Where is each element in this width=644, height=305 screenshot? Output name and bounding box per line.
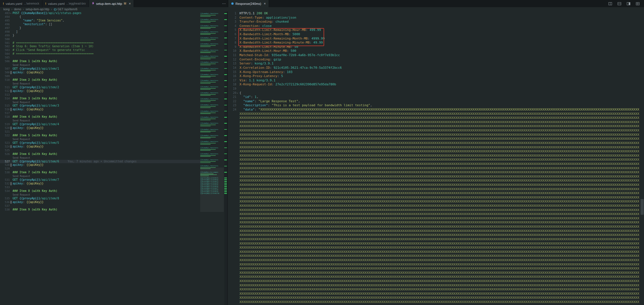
response-wrapped-line[interactable]: XXXXXXXXXXXXXXXXXXXXXXXXXXXXXXXXXXXXXXXX… (228, 183, 640, 187)
response-wrapped-line[interactable]: XXXXXXXXXXXXXXXXXXXXXXXXXXXXXXXXXXXXXXXX… (228, 191, 640, 196)
minimap-slider[interactable] (200, 168, 224, 212)
response-line[interactable]: 24 "data": "XXXXXXXXXXXXXXXXXXXXXXXXXXXX… (228, 108, 640, 112)
send-request-lens[interactable]: Send Request (13, 156, 200, 160)
code-line[interactable]: 512apikey: {{apiKey}} (0, 89, 200, 93)
overview-ruler[interactable] (224, 11, 227, 305)
code-line[interactable]: 537 (0, 204, 200, 208)
code-line[interactable]: 510### Item 2 (with Key Auth) (0, 78, 200, 82)
response-line[interactable]: 21 "id": 1, (228, 95, 640, 99)
response-wrapped-line[interactable]: XXXXXXXXXXXXXXXXXXXXXXXXXXXXXXXXXXXXXXXX… (228, 124, 640, 129)
response-wrapped-line[interactable]: XXXXXXXXXXXXXXXXXXXXXXXXXXXXXXXXXXXXXXXX… (228, 149, 640, 154)
response-wrapped-line[interactable]: XXXXXXXXXXXXXXXXXXXXXXXXXXXXXXXXXXXXXXXX… (228, 154, 640, 158)
response-wrapped-line[interactable]: XXXXXXXXXXXXXXXXXXXXXXXXXXXXXXXXXXXXXXXX… (228, 242, 640, 246)
code-line[interactable]: 515GET {{proxyApi}}/api/item/3 (0, 104, 200, 108)
code-line[interactable]: 534### Item 8 (with Key Auth) (0, 189, 200, 193)
response-wrapped-line[interactable]: XXXXXXXXXXXXXXXXXXXXXXXXXXXXXXXXXXXXXXXX… (228, 275, 640, 279)
code-line[interactable]: 536apikey: {{apiKey}} (0, 200, 200, 204)
response-line[interactable]: 7X-Bandwidth-Limit-Remaining-Month-MB: 4… (228, 37, 640, 41)
minimap-monitor-block[interactable]: {{kumaApi…/monitors (200, 135, 224, 141)
split-editor-icon[interactable] (606, 2, 614, 6)
response-line[interactable]: 19 (228, 87, 640, 91)
response-line[interactable]: 2Content-Type: application/json (228, 16, 640, 20)
code-lens-row[interactable]: Send Request (0, 63, 200, 67)
vertical-scrollbar-thumb[interactable] (641, 199, 644, 215)
toggle-layout-icon[interactable] (625, 2, 633, 6)
response-wrapped-line[interactable]: XXXXXXXXXXXXXXXXXXXXXXXXXXXXXXXXXXXXXXXX… (228, 158, 640, 162)
code-line[interactable]: 498 ] (0, 30, 200, 34)
response-line[interactable]: 13Server: kong/3.9.1 (228, 62, 640, 66)
response-wrapped-line[interactable]: XXXXXXXXXXXXXXXXXXXXXXXXXXXXXXXXXXXXXXXX… (228, 175, 640, 179)
response-line[interactable]: 22 "name": "Large Response Test", (228, 99, 640, 104)
code-line[interactable]: 530### Item 7 (with Key Auth) (0, 171, 200, 174)
breadcrumb-item[interactable]: setup-item-api.http (25, 8, 49, 11)
minimap-monitor-block[interactable]: {{kumaApi…/monitors (200, 116, 224, 122)
response-wrapped-line[interactable]: XXXXXXXXXXXXXXXXXXXXXXXXXXXXXXXXXXXXXXXX… (228, 263, 640, 267)
response-line[interactable]: 15X-Kong-Upstream-Latency: 103 (228, 70, 640, 74)
response-line[interactable]: 17Via: 1.1 kong/3.9.1 (228, 78, 640, 83)
send-request-lens[interactable]: Send Request (13, 137, 200, 141)
code-line[interactable]: 532apikey: {{apiKey}} (0, 182, 200, 186)
code-line[interactable]: 527GET {{proxyApi}}/api/item/6You, 7 min… (0, 160, 200, 164)
response-line[interactable]: 3Transfer-Encoding: chunked (228, 20, 640, 24)
code-line[interactable]: 516apikey: {{apiKey}} (0, 108, 200, 111)
code-line[interactable]: 501# ===================================… (0, 41, 200, 45)
code-line[interactable]: 521 (0, 130, 200, 134)
minimap-monitor-block[interactable]: {{kumaApi…/monitors (200, 86, 224, 92)
response-wrapped-line[interactable]: XXXXXXXXXXXXXXXXXXXXXXXXXXXXXXXXXXXXXXXX… (228, 141, 640, 145)
response-wrapped-line[interactable]: XXXXXXXXXXXXXXXXXXXXXXXXXXXXXXXXXXXXXXXX… (228, 258, 640, 263)
response-line[interactable]: 6X-Bandwidth-Limit-Month-MB: 5000 (228, 32, 640, 37)
response-line[interactable]: 9X-Bandwidth-Limit-Minute-MB: 50 (228, 45, 640, 49)
code-lens-row[interactable]: Send Request (0, 82, 200, 86)
code-line[interactable]: 497 } (0, 26, 200, 30)
response-wrapped-line[interactable]: XXXXXXXXXXXXXXXXXXXXXXXXXXXXXXXXXXXXXXXX… (228, 200, 640, 204)
minimap-monitor-block[interactable]: {{kumaApi…/monitors (200, 13, 224, 19)
response-line[interactable]: 1HTTP/1.1 200 OK (228, 11, 640, 16)
minimap-monitor-block[interactable]: {{kumaApi…/monitors (200, 129, 224, 135)
response-wrapped-line[interactable]: XXXXXXXXXXXXXXXXXXXXXXXXXXXXXXXXXXXXXXXX… (228, 284, 640, 288)
minimap-monitor-block[interactable]: {{kumaApi…/monitors (200, 80, 224, 86)
response-wrapped-line[interactable]: XXXXXXXXXXXXXXXXXXXXXXXXXXXXXXXXXXXXXXXX… (228, 187, 640, 192)
response-wrapped-line[interactable]: XXXXXXXXXXXXXXXXXXXXXXXXXXXXXXXXXXXXXXXX… (228, 212, 640, 217)
response-wrapped-line[interactable]: XXXXXXXXXXXXXXXXXXXXXXXXXXXXXXXXXXXXXXXX… (228, 129, 640, 133)
code-line[interactable]: 535GET {{proxyApi}}/api/item/8 (0, 197, 200, 200)
response-wrapped-line[interactable]: XXXXXXXXXXXXXXXXXXXXXXXXXXXXXXXXXXXXXXXX… (228, 271, 640, 275)
response-wrapped-line[interactable]: XXXXXXXXXXXXXXXXXXXXXXXXXXXXXXXXXXXXXXXX… (228, 221, 640, 225)
minimap-monitor-block[interactable]: {{kumaApi…/monitors (200, 153, 224, 159)
response-line[interactable]: 8X-Bandwidth-Limit-Remaining-Minute-MB: … (228, 41, 640, 45)
code-line[interactable]: 520apikey: {{apiKey}} (0, 126, 200, 130)
code-line[interactable]: 514### Item 3 (with Key Auth) (0, 97, 200, 101)
split-editor-down-icon[interactable] (615, 2, 623, 6)
code-line[interactable]: 500 (0, 38, 200, 41)
code-line[interactable]: 522### Item 5 (with Key Auth) (0, 134, 200, 137)
code-lens-row[interactable]: Send Request (0, 174, 200, 178)
http-file-editor[interactable]: 483›POST {{kumaApiBase}}/api/v1/status-p… (0, 11, 227, 305)
code-line[interactable]: 538### Item 9 (with Key Auth) (0, 208, 200, 212)
response-wrapped-line[interactable]: XXXXXXXXXXXXXXXXXXXXXXXXXXXXXXXXXXXXXXXX… (228, 133, 640, 137)
response-wrapped-line[interactable]: XXXXXXXXXXXXXXXXXXXXXXXXXXXXXXXXXXXXXXXX… (228, 246, 640, 250)
minimap-monitor-block[interactable]: {{kumaApi…/monitors (200, 122, 224, 128)
minimap-monitor-block[interactable]: {{kumaApi…/monitors (200, 55, 224, 61)
code-lens-row[interactable]: Send Request (0, 193, 200, 197)
code-line[interactable]: 507GET {{proxyApi}}/api/item/1 (0, 67, 200, 71)
send-request-lens[interactable]: Send Request (13, 174, 200, 178)
response-line[interactable]: 20›{ (228, 91, 640, 95)
response-wrapped-line[interactable]: XXXXXXXXXXXXXXXXXXXXXXXXXXXXXXXXXXXXXXXX… (228, 208, 640, 212)
response-line[interactable]: 11Matched-Stub-Id: 935eaf0e-72b9-4a6b-95… (228, 53, 640, 58)
code-line[interactable]: 531GET {{proxyApi}}/api/item/7 (0, 178, 200, 182)
code-line[interactable]: 511GET {{proxyApi}}/api/item/2 (0, 86, 200, 89)
fold-icon[interactable]: › (235, 92, 239, 94)
minimap-monitor-block[interactable]: {{kumaApi…/monitors (200, 43, 224, 49)
response-line[interactable]: 14X-Correlation-ID: 921c4105-3621-47ca-9… (228, 66, 640, 70)
minimap[interactable]: {{kumaApi…/monitors{{kumaApi…/monitors{{… (200, 11, 224, 212)
code-line[interactable]: 529 (0, 167, 200, 171)
response-wrapped-line[interactable]: XXXXXXXXXXXXXXXXXXXXXXXXXXXXXXXXXXXXXXXX… (228, 120, 640, 125)
response-wrapped-line[interactable]: XXXXXXXXXXXXXXXXXXXXXXXXXXXXXXXXXXXXXXXX… (228, 179, 640, 183)
code-line[interactable]: 503# Click "Send Request" to generate tr… (0, 48, 200, 52)
minimap-monitor-block[interactable]: {{kumaApi…/monitors (200, 19, 224, 25)
code-line[interactable]: 496 "monitorList": [] (0, 23, 200, 26)
response-wrapped-line[interactable]: XXXXXXXXXXXXXXXXXXXXXXXXXXXXXXXXXXXXXXXX… (228, 254, 640, 258)
code-line[interactable]: 517 (0, 111, 200, 115)
response-wrapped-line[interactable]: XXXXXXXXXXXXXXXXXXXXXXXXXXXXXXXXXXXXXXXX… (228, 162, 640, 166)
code-line[interactable]: 509 (0, 74, 200, 78)
code-lens-row[interactable]: Send Request (0, 156, 200, 160)
